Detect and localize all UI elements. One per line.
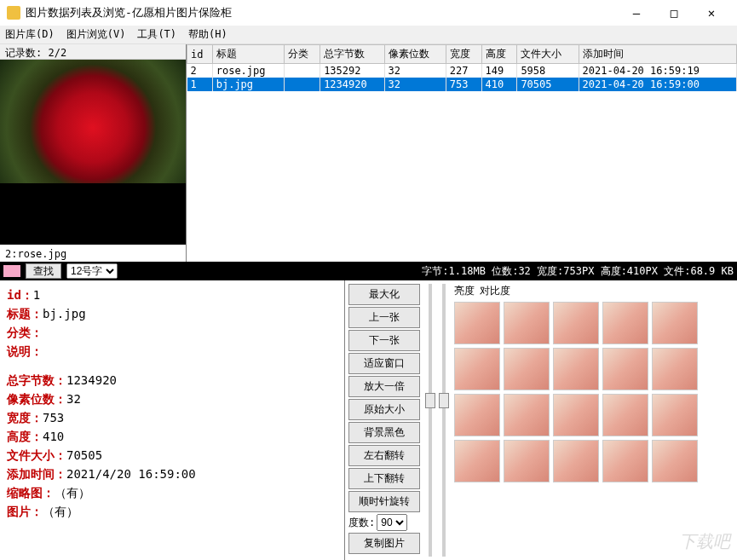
minimize-button[interactable]: — xyxy=(618,1,655,25)
col-time[interactable]: 添加时间 xyxy=(579,45,736,64)
detail-cat-label: 分类： xyxy=(7,326,43,339)
detail-time-value: 2021/4/20 16:59:00 xyxy=(66,467,196,481)
prev-btn[interactable]: 上一张 xyxy=(348,307,420,328)
rotcw-btn[interactable]: 顺时针旋转 xyxy=(348,491,420,512)
detail-thumb-value: （有） xyxy=(55,486,90,499)
flipv-btn[interactable]: 上下翻转 xyxy=(348,468,420,489)
menu-browse[interactable]: 图片浏览(V) xyxy=(66,27,126,42)
brightness-slider[interactable] xyxy=(423,280,437,560)
table-header-row: id 标题 分类 总字节数 像素位数 宽度 高度 文件大小 添加时间 xyxy=(187,45,737,64)
table-row[interactable]: 1bj.jpg123492032753410705052021-04-20 16… xyxy=(187,78,737,91)
contrast-label: 对比度 xyxy=(480,284,510,298)
detail-title-label: 标题： xyxy=(7,307,43,320)
col-bytes[interactable]: 总字节数 xyxy=(320,45,384,64)
thumbnail-item[interactable] xyxy=(553,348,599,390)
detail-id-value: 1 xyxy=(33,288,40,302)
menu-help[interactable]: 帮助(H) xyxy=(188,27,227,42)
thumbnail-item[interactable] xyxy=(454,440,500,482)
thumbnail-item[interactable] xyxy=(553,394,599,436)
detail-size-value: 70505 xyxy=(66,448,102,462)
detail-w-value: 753 xyxy=(43,411,64,424)
thumbnail-item[interactable] xyxy=(602,302,648,344)
thumbnail-item[interactable] xyxy=(504,440,550,482)
menu-library[interactable]: 图片库(D) xyxy=(5,27,55,42)
thumbnail-item[interactable] xyxy=(504,302,550,344)
detail-size-label: 文件大小： xyxy=(7,448,66,462)
degree-select[interactable]: 90 xyxy=(377,514,407,531)
zoom2x-btn[interactable]: 放大一倍 xyxy=(348,376,420,397)
menu-bar: 图片库(D) 图片浏览(V) 工具(T) 帮助(H) xyxy=(0,26,737,44)
thumbnail-item[interactable] xyxy=(454,302,500,344)
preview-panel: 记录数: 2/2 2:rose.jpg xyxy=(0,44,186,262)
detail-id-label: id： xyxy=(7,288,33,302)
thumbnail-item[interactable] xyxy=(602,348,648,390)
detail-desc-label: 说明： xyxy=(7,344,43,358)
thumbnail-item[interactable] xyxy=(652,440,698,482)
bgblack-btn[interactable]: 背景黑色 xyxy=(348,422,420,443)
title-bar: 图片数据列表及浏览-亿愿相片图片保险柜 — □ ✕ xyxy=(0,0,737,26)
detail-w-label: 宽度： xyxy=(7,411,43,424)
maximize-button[interactable]: □ xyxy=(655,1,693,25)
thumbnail-item[interactable] xyxy=(454,394,500,436)
thumbnail-item[interactable] xyxy=(652,348,698,390)
find-bar: 查找 12号字 字节:1.18MB 位数:32 宽度:753PX 高度:410P… xyxy=(0,262,737,280)
color-swatch[interactable] xyxy=(3,265,20,277)
degree-label: 度数: xyxy=(348,516,375,530)
maximize-btn[interactable]: 最大化 xyxy=(348,284,420,305)
data-table: id 标题 分类 总字节数 像素位数 宽度 高度 文件大小 添加时间 2rose… xyxy=(186,44,737,262)
find-button[interactable]: 查找 xyxy=(26,263,61,279)
thumbnail-item[interactable] xyxy=(602,394,648,436)
thumbnail-item[interactable] xyxy=(652,394,698,436)
image-info: 字节:1.18MB 位数:32 宽度:753PX 高度:410PX 文件:68.… xyxy=(422,264,734,279)
col-id[interactable]: id xyxy=(187,45,213,64)
col-bits[interactable]: 像素位数 xyxy=(384,45,446,64)
detail-thumb-label: 缩略图： xyxy=(7,486,55,499)
detail-bits-label: 像素位数： xyxy=(7,392,66,406)
detail-pic-label: 图片： xyxy=(7,505,43,518)
thumbnail-item[interactable] xyxy=(454,348,500,390)
record-count: 记录数: 2/2 xyxy=(0,44,186,60)
col-w[interactable]: 宽度 xyxy=(446,45,481,64)
watermark: 下载吧 xyxy=(679,530,730,553)
detail-panel: id：1 标题：bj.jpg 分类： 说明： 总字节数：1234920 像素位数… xyxy=(0,280,345,560)
copy-btn[interactable]: 复制图片 xyxy=(348,533,420,554)
col-cat[interactable]: 分类 xyxy=(285,45,320,64)
col-h[interactable]: 高度 xyxy=(481,45,517,64)
thumbnail-item[interactable] xyxy=(602,440,648,482)
thumbnail-panel: 亮度 对比度 下载吧 xyxy=(451,280,737,560)
col-size[interactable]: 文件大小 xyxy=(517,45,579,64)
next-btn[interactable]: 下一张 xyxy=(348,330,420,351)
thumbnail-item[interactable] xyxy=(553,302,599,344)
thumbnail-item[interactable] xyxy=(553,440,599,482)
fit-btn[interactable]: 适应窗口 xyxy=(348,353,420,374)
preview-image[interactable] xyxy=(0,60,186,245)
table-row[interactable]: 2rose.jpg1352923222714959582021-04-20 16… xyxy=(187,64,737,78)
origsize-btn[interactable]: 原始大小 xyxy=(348,399,420,420)
detail-bytes-value: 1234920 xyxy=(66,373,117,387)
menu-tools[interactable]: 工具(T) xyxy=(137,27,176,42)
controls-panel: 最大化 上一张 下一张 适应窗口 放大一倍 原始大小 背景黑色 左右翻转 上下翻… xyxy=(345,280,423,560)
thumbnail-item[interactable] xyxy=(504,394,550,436)
preview-label: 2:rose.jpg xyxy=(0,245,186,262)
detail-pic-value: （有） xyxy=(43,505,78,518)
app-icon xyxy=(7,6,20,20)
col-title[interactable]: 标题 xyxy=(212,45,285,64)
detail-bytes-label: 总字节数： xyxy=(7,373,66,387)
detail-bits-value: 32 xyxy=(66,392,81,406)
detail-time-label: 添加时间： xyxy=(7,467,66,481)
fliph-btn[interactable]: 左右翻转 xyxy=(348,445,420,466)
window-title: 图片数据列表及浏览-亿愿相片图片保险柜 xyxy=(26,5,618,20)
thumbnail-item[interactable] xyxy=(504,348,550,390)
detail-h-label: 高度： xyxy=(7,430,43,443)
detail-title-value: bj.jpg xyxy=(43,307,86,320)
contrast-slider[interactable] xyxy=(437,280,451,560)
close-button[interactable]: ✕ xyxy=(693,1,730,25)
brightness-label: 亮度 xyxy=(454,284,475,298)
detail-h-value: 410 xyxy=(43,430,64,443)
font-size-select[interactable]: 12号字 xyxy=(66,263,118,279)
thumbnail-item[interactable] xyxy=(652,302,698,344)
